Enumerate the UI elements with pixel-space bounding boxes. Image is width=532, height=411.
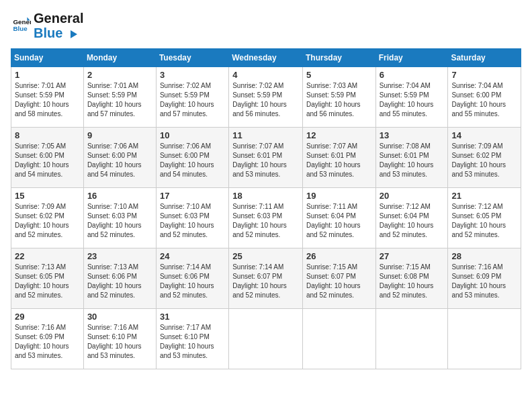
day-number: 5 xyxy=(306,70,372,80)
day-number: 24 xyxy=(160,251,225,261)
calendar-week-row: 29Sunrise: 7:16 AMSunset: 6:09 PMDayligh… xyxy=(11,309,521,369)
calendar-day-cell xyxy=(229,309,303,369)
calendar-day-cell: 22Sunrise: 7:13 AMSunset: 6:05 PMDayligh… xyxy=(11,248,84,309)
day-number: 23 xyxy=(87,251,152,261)
calendar-day-cell: 31Sunrise: 7:17 AMSunset: 6:10 PMDayligh… xyxy=(156,309,228,369)
calendar-day-cell: 27Sunrise: 7:15 AMSunset: 6:08 PMDayligh… xyxy=(375,248,448,309)
day-info: Sunrise: 7:11 AMSunset: 6:04 PMDaylight:… xyxy=(306,202,372,240)
calendar-day-cell: 16Sunrise: 7:10 AMSunset: 6:03 PMDayligh… xyxy=(83,188,156,248)
day-info: Sunrise: 7:10 AMSunset: 6:03 PMDaylight:… xyxy=(160,202,225,240)
day-info: Sunrise: 7:11 AMSunset: 6:03 PMDaylight:… xyxy=(232,202,299,240)
day-info: Sunrise: 7:15 AMSunset: 6:08 PMDaylight:… xyxy=(380,263,445,300)
day-number: 6 xyxy=(380,70,445,80)
day-number: 3 xyxy=(160,70,225,80)
weekday-header-row: SundayMondayTuesdayWednesdayThursdayFrid… xyxy=(11,49,521,67)
calendar-day-cell: 5Sunrise: 7:03 AMSunset: 5:59 PMDaylight… xyxy=(302,67,375,128)
day-info: Sunrise: 7:10 AMSunset: 6:03 PMDaylight:… xyxy=(87,202,152,240)
calendar-day-cell xyxy=(375,309,448,369)
day-info: Sunrise: 7:09 AMSunset: 6:02 PMDaylight:… xyxy=(15,202,80,240)
day-info: Sunrise: 7:03 AMSunset: 5:59 PMDaylight:… xyxy=(306,81,372,119)
calendar-week-row: 8Sunrise: 7:05 AMSunset: 6:00 PMDaylight… xyxy=(11,128,521,188)
svg-marker-3 xyxy=(71,30,77,38)
calendar-day-cell xyxy=(302,309,375,369)
calendar-day-cell: 12Sunrise: 7:07 AMSunset: 6:01 PMDayligh… xyxy=(302,128,375,188)
calendar-day-cell: 6Sunrise: 7:04 AMSunset: 5:59 PMDaylight… xyxy=(375,67,448,128)
calendar-day-cell: 21Sunrise: 7:12 AMSunset: 6:05 PMDayligh… xyxy=(448,188,521,248)
day-info: Sunrise: 7:15 AMSunset: 6:07 PMDaylight:… xyxy=(306,263,372,300)
calendar-week-row: 22Sunrise: 7:13 AMSunset: 6:05 PMDayligh… xyxy=(11,248,521,309)
day-info: Sunrise: 7:06 AMSunset: 6:00 PMDaylight:… xyxy=(160,142,225,179)
day-info: Sunrise: 7:14 AMSunset: 6:06 PMDaylight:… xyxy=(160,263,225,300)
day-info: Sunrise: 7:02 AMSunset: 5:59 PMDaylight:… xyxy=(232,81,299,119)
day-info: Sunrise: 7:01 AMSunset: 5:59 PMDaylight:… xyxy=(15,81,80,119)
calendar-day-cell: 8Sunrise: 7:05 AMSunset: 6:00 PMDaylight… xyxy=(11,128,84,188)
calendar-day-cell: 15Sunrise: 7:09 AMSunset: 6:02 PMDayligh… xyxy=(11,188,84,248)
day-number: 30 xyxy=(87,312,152,322)
calendar-week-row: 15Sunrise: 7:09 AMSunset: 6:02 PMDayligh… xyxy=(11,188,521,248)
weekday-header-cell: Sunday xyxy=(11,49,84,67)
day-info: Sunrise: 7:07 AMSunset: 6:01 PMDaylight:… xyxy=(306,142,372,179)
calendar-day-cell: 18Sunrise: 7:11 AMSunset: 6:03 PMDayligh… xyxy=(229,188,303,248)
calendar-day-cell: 4Sunrise: 7:02 AMSunset: 5:59 PMDaylight… xyxy=(229,67,303,128)
day-number: 13 xyxy=(380,130,445,140)
logo: General Blue General Blue xyxy=(11,11,83,40)
day-number: 2 xyxy=(87,70,152,80)
day-info: Sunrise: 7:16 AMSunset: 6:10 PMDaylight:… xyxy=(87,323,152,361)
weekday-header-cell: Wednesday xyxy=(229,49,303,67)
day-number: 31 xyxy=(160,312,225,322)
day-number: 14 xyxy=(451,130,517,140)
calendar-day-cell: 23Sunrise: 7:13 AMSunset: 6:06 PMDayligh… xyxy=(83,248,156,309)
calendar-day-cell: 25Sunrise: 7:14 AMSunset: 6:07 PMDayligh… xyxy=(229,248,303,309)
day-info: Sunrise: 7:13 AMSunset: 6:05 PMDaylight:… xyxy=(15,263,80,300)
day-info: Sunrise: 7:01 AMSunset: 5:59 PMDaylight:… xyxy=(87,81,152,119)
day-number: 27 xyxy=(380,251,445,261)
day-number: 8 xyxy=(15,130,80,140)
calendar-week-row: 1Sunrise: 7:01 AMSunset: 5:59 PMDaylight… xyxy=(11,67,521,128)
day-info: Sunrise: 7:16 AMSunset: 6:09 PMDaylight:… xyxy=(451,263,517,300)
calendar-day-cell: 30Sunrise: 7:16 AMSunset: 6:10 PMDayligh… xyxy=(83,309,156,369)
logo-arrow-icon xyxy=(68,28,80,40)
day-info: Sunrise: 7:06 AMSunset: 6:00 PMDaylight:… xyxy=(87,142,152,179)
calendar-day-cell: 11Sunrise: 7:07 AMSunset: 6:01 PMDayligh… xyxy=(229,128,303,188)
day-number: 7 xyxy=(451,70,517,80)
day-info: Sunrise: 7:05 AMSunset: 6:00 PMDaylight:… xyxy=(15,142,80,179)
day-info: Sunrise: 7:08 AMSunset: 6:01 PMDaylight:… xyxy=(380,142,445,179)
day-info: Sunrise: 7:09 AMSunset: 6:02 PMDaylight:… xyxy=(451,142,517,179)
day-number: 20 xyxy=(380,191,445,201)
day-number: 10 xyxy=(160,130,225,140)
calendar-day-cell: 9Sunrise: 7:06 AMSunset: 6:00 PMDaylight… xyxy=(83,128,156,188)
day-info: Sunrise: 7:07 AMSunset: 6:01 PMDaylight:… xyxy=(232,142,299,179)
calendar-day-cell: 29Sunrise: 7:16 AMSunset: 6:09 PMDayligh… xyxy=(11,309,84,369)
calendar-day-cell: 24Sunrise: 7:14 AMSunset: 6:06 PMDayligh… xyxy=(156,248,228,309)
day-number: 21 xyxy=(451,191,517,201)
weekday-header-cell: Tuesday xyxy=(156,49,228,67)
day-info: Sunrise: 7:12 AMSunset: 6:05 PMDaylight:… xyxy=(451,202,517,240)
weekday-header-cell: Saturday xyxy=(448,49,521,67)
day-info: Sunrise: 7:16 AMSunset: 6:09 PMDaylight:… xyxy=(15,323,80,361)
calendar-day-cell: 26Sunrise: 7:15 AMSunset: 6:07 PMDayligh… xyxy=(302,248,375,309)
day-number: 1 xyxy=(15,70,80,80)
day-number: 17 xyxy=(160,191,225,201)
day-number: 25 xyxy=(232,251,299,261)
day-info: Sunrise: 7:14 AMSunset: 6:07 PMDaylight:… xyxy=(232,263,299,300)
logo-general: General xyxy=(34,11,83,26)
calendar-table: SundayMondayTuesdayWednesdayThursdayFrid… xyxy=(11,48,521,369)
calendar-body: 1Sunrise: 7:01 AMSunset: 5:59 PMDaylight… xyxy=(11,67,521,369)
svg-text:Blue: Blue xyxy=(13,25,28,32)
calendar-day-cell: 13Sunrise: 7:08 AMSunset: 6:01 PMDayligh… xyxy=(375,128,448,188)
calendar-day-cell: 17Sunrise: 7:10 AMSunset: 6:03 PMDayligh… xyxy=(156,188,228,248)
day-number: 18 xyxy=(232,191,299,201)
page-header: General Blue General Blue xyxy=(11,11,521,40)
day-number: 26 xyxy=(306,251,372,261)
weekday-header-cell: Monday xyxy=(83,49,156,67)
calendar-day-cell: 1Sunrise: 7:01 AMSunset: 5:59 PMDaylight… xyxy=(11,67,84,128)
day-number: 4 xyxy=(232,70,299,80)
calendar-day-cell xyxy=(448,309,521,369)
logo-blue: Blue xyxy=(34,26,62,40)
day-number: 12 xyxy=(306,130,372,140)
calendar-day-cell: 28Sunrise: 7:16 AMSunset: 6:09 PMDayligh… xyxy=(448,248,521,309)
day-info: Sunrise: 7:17 AMSunset: 6:10 PMDaylight:… xyxy=(160,323,225,361)
calendar-day-cell: 14Sunrise: 7:09 AMSunset: 6:02 PMDayligh… xyxy=(448,128,521,188)
calendar-day-cell: 2Sunrise: 7:01 AMSunset: 5:59 PMDaylight… xyxy=(83,67,156,128)
day-number: 15 xyxy=(15,191,80,201)
